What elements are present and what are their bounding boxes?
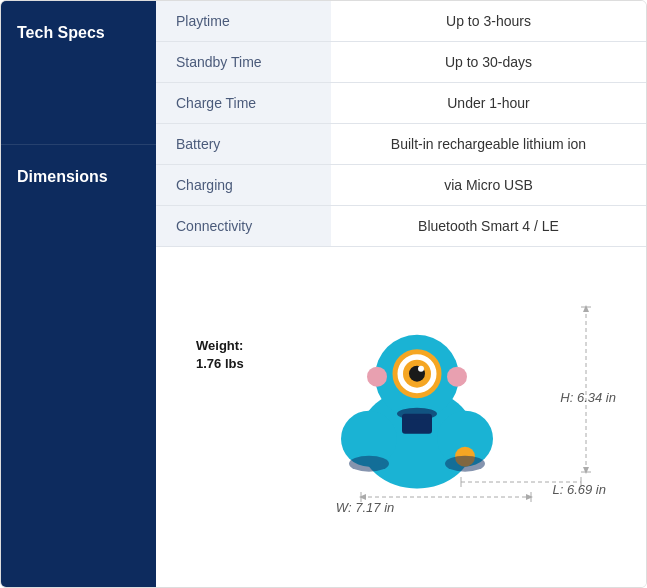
specs-row: Connectivity Bluetooth Smart 4 / LE — [156, 206, 646, 247]
sidebar-title-tech-specs: Tech Specs — [17, 24, 105, 41]
spec-label: Connectivity — [156, 206, 331, 247]
sidebar-section-dimensions: Dimensions — [1, 145, 156, 587]
specs-row: Charging via Micro USB — [156, 165, 646, 206]
main-content: Playtime Up to 3-hours Standby Time Up t… — [156, 1, 646, 587]
robot-illustration — [317, 309, 517, 489]
specs-row: Standby Time Up to 30-days — [156, 42, 646, 83]
svg-point-9 — [447, 367, 467, 387]
svg-point-12 — [397, 408, 437, 420]
spec-label: Playtime — [156, 1, 331, 42]
spec-value: Under 1-hour — [331, 83, 646, 124]
specs-row: Battery Built-in rechargeable lithium io… — [156, 124, 646, 165]
svg-point-8 — [367, 367, 387, 387]
spec-label: Charging — [156, 165, 331, 206]
l-dimension-label: L: 6.69 in — [553, 482, 607, 497]
h-dimension-label: H: 6.34 in — [560, 390, 616, 405]
spec-value: Up to 3-hours — [331, 1, 646, 42]
specs-row: Playtime Up to 3-hours — [156, 1, 646, 42]
spec-value: Bluetooth Smart 4 / LE — [331, 206, 646, 247]
svg-point-13 — [349, 456, 389, 472]
w-dimension-label: W: 7.17 in — [336, 500, 395, 515]
spec-value: via Micro USB — [331, 165, 646, 206]
svg-marker-27 — [526, 494, 533, 500]
sidebar: Tech Specs Dimensions — [1, 1, 156, 587]
svg-point-14 — [445, 456, 485, 472]
spec-label: Standby Time — [156, 42, 331, 83]
dimensions-section: Weight: 1.76 lbs — [156, 247, 646, 587]
robot-diagram: Weight: 1.76 lbs — [176, 277, 626, 517]
sidebar-title-dimensions: Dimensions — [17, 168, 108, 185]
specs-table: Playtime Up to 3-hours Standby Time Up t… — [156, 1, 646, 247]
specs-row: Charge Time Under 1-hour — [156, 83, 646, 124]
weight-label: Weight: 1.76 lbs — [196, 337, 244, 373]
spec-value: Built-in rechargeable lithium ion — [331, 124, 646, 165]
spec-label: Battery — [156, 124, 331, 165]
spec-label: Charge Time — [156, 83, 331, 124]
page-container: Tech Specs Dimensions Playtime Up to 3-h… — [0, 0, 647, 588]
svg-marker-18 — [583, 305, 589, 312]
sidebar-section-tech-specs: Tech Specs — [1, 1, 156, 145]
svg-point-7 — [418, 366, 424, 372]
spec-value: Up to 30-days — [331, 42, 646, 83]
svg-marker-19 — [583, 467, 589, 474]
